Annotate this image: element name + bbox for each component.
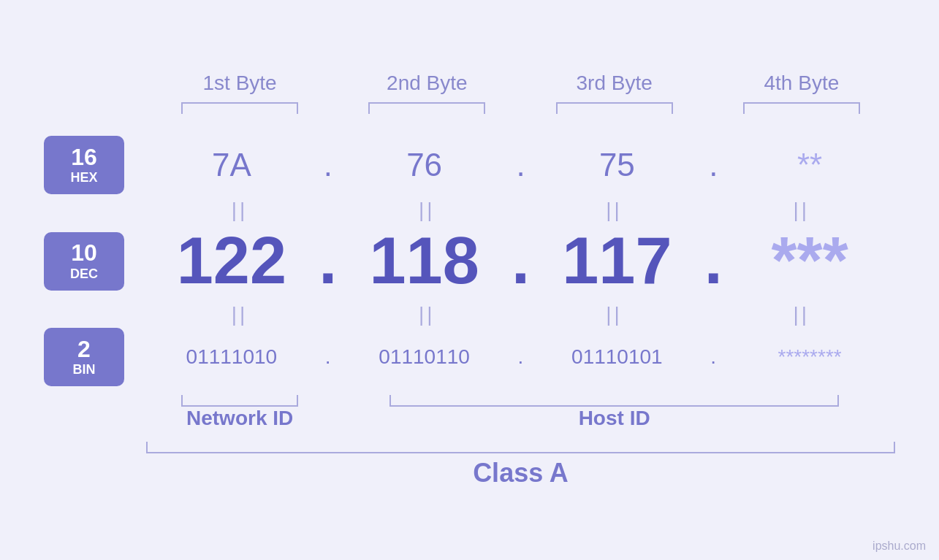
dec-val-3: 117 <box>532 223 703 299</box>
byte-header-4: 4th Byte <box>708 72 895 95</box>
host-bracket-cell <box>333 395 895 407</box>
dec-dot-3: . <box>702 223 724 299</box>
bin-badge: 2 BIN <box>44 328 124 386</box>
top-bracket-1 <box>181 102 298 114</box>
id-labels-row: Network ID Host ID <box>44 407 895 430</box>
hex-val-1: 7A <box>146 147 317 183</box>
equals-2-4: || <box>708 303 895 326</box>
host-id-label: Host ID <box>333 407 895 430</box>
network-id-label: Network ID <box>146 407 333 430</box>
bin-dot-3: . <box>702 345 724 369</box>
watermark: ipshu.com <box>873 540 926 553</box>
top-bracket-2 <box>368 102 485 114</box>
top-bracket-4 <box>743 102 860 114</box>
dec-val-4: *** <box>724 223 895 299</box>
dec-val-2: 118 <box>339 223 510 299</box>
equals-1-3: || <box>521 199 708 222</box>
bin-row: 2 BIN 01111010 . 01110110 . 01110101 . *… <box>44 328 895 386</box>
byte-header-3: 3rd Byte <box>521 72 708 95</box>
dec-dot-1: . <box>317 223 339 299</box>
main-container: 1st Byte 2nd Byte 3rd Byte 4th Byte 16 H… <box>0 0 939 560</box>
dec-base-label: DEC <box>70 266 98 282</box>
class-bracket <box>146 442 895 453</box>
bin-base-label: BIN <box>73 362 96 377</box>
dec-badge: 10 DEC <box>44 232 124 291</box>
hex-dot-3: . <box>702 147 724 183</box>
equals-1-1: || <box>146 199 333 222</box>
class-row-wrap: Class A <box>44 442 895 488</box>
hex-val-3: 75 <box>532 147 703 183</box>
dec-dot-2: . <box>510 223 532 299</box>
bin-val-3: 01110101 <box>532 345 703 369</box>
equals-row-1: || || || || <box>44 199 895 222</box>
bin-values: 01111010 . 01110110 . 01110101 . *******… <box>146 345 895 369</box>
equals-1-4: || <box>708 199 895 222</box>
hex-val-4: ** <box>724 147 895 183</box>
equals-2-1: || <box>146 303 333 326</box>
equals-1-2: || <box>333 199 520 222</box>
dec-row: 10 DEC 122 . 118 . 117 . *** <box>44 223 895 299</box>
bin-val-1: 01111010 <box>146 345 317 369</box>
hex-dot-2: . <box>510 147 532 183</box>
dec-values: 122 . 118 . 117 . *** <box>146 223 895 299</box>
byte-headers: 1st Byte 2nd Byte 3rd Byte 4th Byte <box>44 72 895 95</box>
hex-dot-1: . <box>317 147 339 183</box>
dec-val-1: 122 <box>146 223 317 299</box>
equals-2-3: || <box>521 303 708 326</box>
bin-val-4: ******** <box>724 345 895 369</box>
bottom-brackets-row <box>44 395 895 407</box>
hex-base-label: HEX <box>70 170 97 185</box>
byte-header-2: 2nd Byte <box>333 72 520 95</box>
byte-header-1: 1st Byte <box>146 72 333 95</box>
host-bracket <box>389 395 839 407</box>
class-label: Class A <box>146 458 895 488</box>
top-bracket-3 <box>556 102 673 114</box>
network-bracket <box>181 395 298 407</box>
equals-row-2: || || || || <box>44 303 895 326</box>
top-brackets <box>44 102 895 114</box>
hex-base-number: 16 <box>71 145 97 170</box>
hex-values: 7A . 76 . 75 . ** <box>146 147 895 183</box>
bin-dot-1: . <box>317 345 339 369</box>
bin-dot-2: . <box>510 345 532 369</box>
hex-row: 16 HEX 7A . 76 . 75 . ** <box>44 136 895 194</box>
hex-val-2: 76 <box>339 147 510 183</box>
bin-val-2: 01110110 <box>339 345 510 369</box>
hex-badge: 16 HEX <box>44 136 124 194</box>
bin-base-number: 2 <box>77 337 91 362</box>
dec-base-number: 10 <box>71 240 97 266</box>
network-bracket-cell <box>146 395 333 407</box>
equals-2-2: || <box>333 303 520 326</box>
